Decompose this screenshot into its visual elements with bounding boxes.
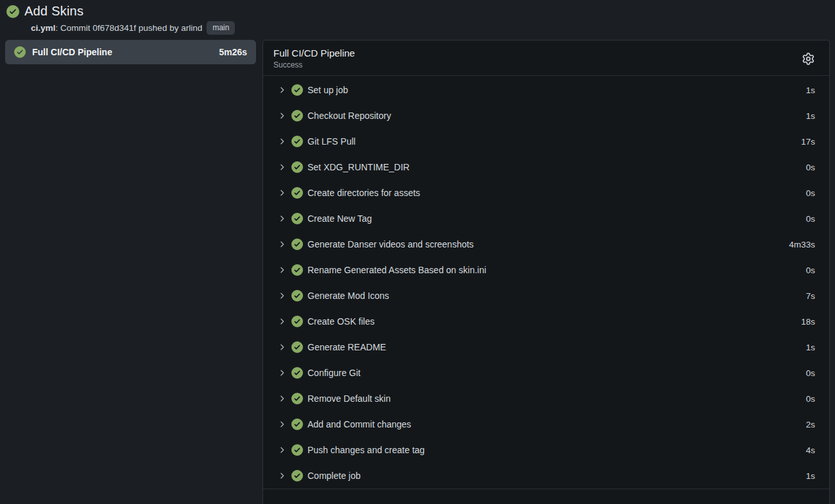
step-row[interactable]: Create directories for assets 0s <box>263 180 829 206</box>
chevron-right-icon[interactable] <box>277 317 286 326</box>
chevron-right-icon[interactable] <box>277 86 286 94</box>
step-name: Generate Danser videos and screenshots <box>307 239 789 249</box>
step-row[interactable]: Git LFS Pull 17s <box>263 129 829 154</box>
step-name: Complete job <box>307 471 806 481</box>
step-duration: 0s <box>806 163 815 172</box>
step-row[interactable]: Set up job 1s <box>263 77 829 103</box>
job-detail-header: Full CI/CD Pipeline Success <box>263 40 829 76</box>
step-name: Generate Mod Icons <box>307 291 806 301</box>
chevron-right-icon[interactable] <box>277 420 286 429</box>
check-circle-icon <box>291 161 303 173</box>
workflow-file-label: ci.yml <box>31 23 55 33</box>
step-row[interactable]: Checkout Repository 1s <box>263 103 829 129</box>
check-circle-icon <box>291 84 303 96</box>
job-status-text: Success <box>273 60 798 69</box>
step-row[interactable]: Create New Tag 0s <box>263 206 829 231</box>
step-duration: 4m33s <box>789 240 815 249</box>
step-name: Rename Generated Assets Based on skin.in… <box>307 265 806 275</box>
run-content: Full CI/CD Pipeline 5m26s Full CI/CD Pip… <box>0 39 835 504</box>
chevron-right-icon[interactable] <box>277 240 286 249</box>
job-title: Full CI/CD Pipeline <box>273 48 798 59</box>
chevron-right-icon[interactable] <box>277 111 286 120</box>
run-header: Add Skins ci.yml: Commit 0f678d341f push… <box>0 0 835 39</box>
chevron-right-icon[interactable] <box>277 188 286 197</box>
branch-badge[interactable]: main <box>206 21 235 35</box>
check-circle-icon <box>291 187 303 199</box>
chevron-right-icon[interactable] <box>277 266 286 274</box>
chevron-right-icon[interactable] <box>277 368 286 377</box>
step-duration: 1s <box>806 86 815 95</box>
commit-summary: : Commit 0f678d341f pushed by arlind <box>55 23 202 33</box>
chevron-right-icon[interactable] <box>277 446 286 455</box>
chevron-right-icon[interactable] <box>277 471 286 480</box>
step-duration: 4s <box>806 446 815 455</box>
step-duration: 0s <box>806 188 815 198</box>
step-row[interactable]: Configure Git 0s <box>263 360 829 386</box>
gear-icon <box>802 53 814 65</box>
step-duration: 18s <box>801 317 815 327</box>
step-row[interactable]: Generate README 1s <box>263 334 829 360</box>
chevron-right-icon[interactable] <box>277 163 286 172</box>
jobs-sidebar: Full CI/CD Pipeline 5m26s <box>5 40 256 504</box>
step-duration: 1s <box>806 111 815 121</box>
check-circle-icon <box>291 393 303 404</box>
step-name: Create OSK files <box>307 316 801 327</box>
settings-button[interactable] <box>798 49 818 68</box>
step-duration: 1s <box>806 343 815 352</box>
step-duration: 0s <box>806 266 815 275</box>
check-circle-icon <box>291 264 303 276</box>
check-circle-icon <box>291 341 303 353</box>
chevron-right-icon[interactable] <box>277 343 286 352</box>
check-circle-icon <box>291 239 303 250</box>
chevron-right-icon[interactable] <box>277 291 286 300</box>
run-title: Add Skins <box>24 4 84 19</box>
step-row[interactable]: Add and Commit changes 2s <box>263 411 829 437</box>
check-circle-icon <box>291 470 303 482</box>
step-name: Create New Tag <box>307 213 806 224</box>
sidebar-job-item[interactable]: Full CI/CD Pipeline 5m26s <box>5 40 256 64</box>
step-row[interactable]: Push changes and create tag 4s <box>263 437 829 463</box>
steps-list: Set up job 1s Checkout Repository 1s Git… <box>263 76 829 489</box>
step-name: Git LFS Pull <box>307 136 801 147</box>
check-circle-icon <box>291 110 303 122</box>
chevron-right-icon[interactable] <box>277 214 286 223</box>
step-name: Create directories for assets <box>307 188 806 198</box>
step-row[interactable]: Set XDG_RUNTIME_DIR 0s <box>263 154 829 180</box>
job-detail-panel: Full CI/CD Pipeline Success Set up job 1… <box>262 40 830 504</box>
step-duration: 7s <box>806 291 815 301</box>
step-name: Set XDG_RUNTIME_DIR <box>307 162 806 172</box>
check-circle-icon <box>291 419 303 430</box>
step-name: Push changes and create tag <box>307 445 806 455</box>
check-circle-icon <box>291 290 303 302</box>
step-row[interactable]: Generate Danser videos and screenshots 4… <box>263 231 829 257</box>
check-circle-icon <box>291 367 303 379</box>
chevron-right-icon[interactable] <box>277 394 286 403</box>
step-duration: 0s <box>806 214 815 224</box>
step-name: Set up job <box>307 85 806 95</box>
step-name: Add and Commit changes <box>307 419 806 429</box>
step-row[interactable]: Create OSK files 18s <box>263 309 829 334</box>
step-duration: 0s <box>806 368 815 378</box>
step-row[interactable]: Complete job 1s <box>263 463 829 489</box>
step-duration: 2s <box>806 420 815 429</box>
step-duration: 0s <box>806 394 815 404</box>
chevron-right-icon[interactable] <box>277 137 286 146</box>
job-duration: 5m26s <box>219 47 247 57</box>
check-circle-icon <box>14 46 26 58</box>
step-name: Checkout Repository <box>307 111 806 121</box>
check-circle-icon <box>6 5 19 18</box>
check-circle-icon <box>291 213 303 224</box>
run-subtitle: ci.yml: Commit 0f678d341f pushed by arli… <box>31 21 829 35</box>
step-duration: 1s <box>806 471 815 481</box>
job-name: Full CI/CD Pipeline <box>32 47 212 57</box>
check-circle-icon <box>291 136 303 147</box>
step-row[interactable]: Rename Generated Assets Based on skin.in… <box>263 257 829 283</box>
actions-run-page: Add Skins ci.yml: Commit 0f678d341f push… <box>0 0 835 504</box>
step-name: Generate README <box>307 342 806 352</box>
step-name: Remove Default skin <box>307 393 806 404</box>
panel-footer <box>263 489 829 504</box>
step-name: Configure Git <box>307 368 806 378</box>
step-row[interactable]: Generate Mod Icons 7s <box>263 283 829 309</box>
check-circle-icon <box>291 444 303 456</box>
step-row[interactable]: Remove Default skin 0s <box>263 386 829 411</box>
